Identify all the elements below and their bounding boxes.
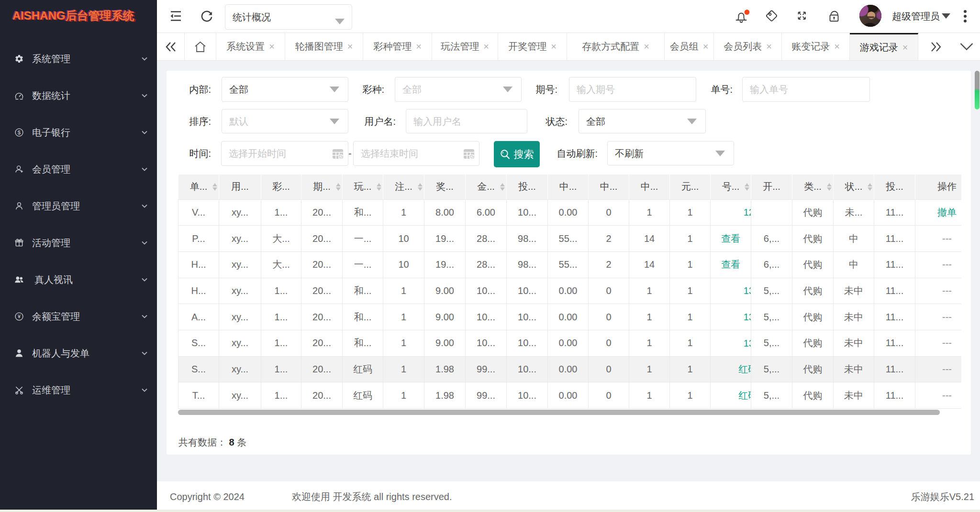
svg-text:¥: ¥ <box>17 313 21 319</box>
svg-text:$: $ <box>18 129 21 135</box>
